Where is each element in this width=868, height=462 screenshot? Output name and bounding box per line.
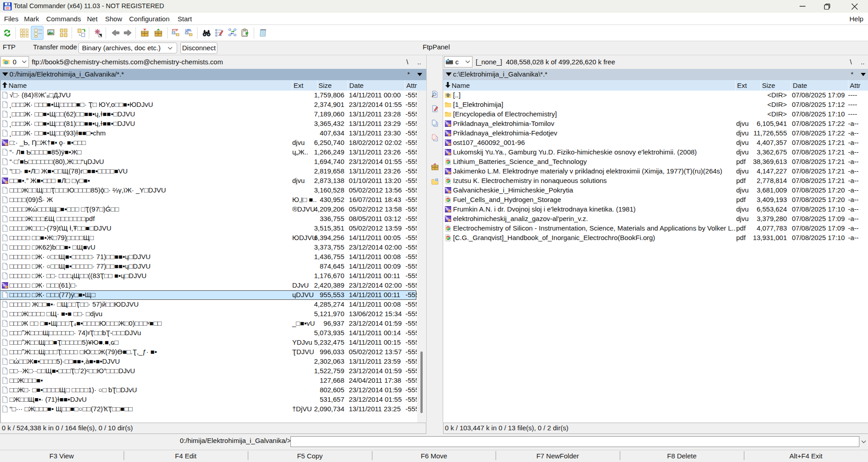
svg-text:URL: URL bbox=[185, 29, 192, 32]
svg-text:FTP: FTP bbox=[172, 29, 178, 32]
